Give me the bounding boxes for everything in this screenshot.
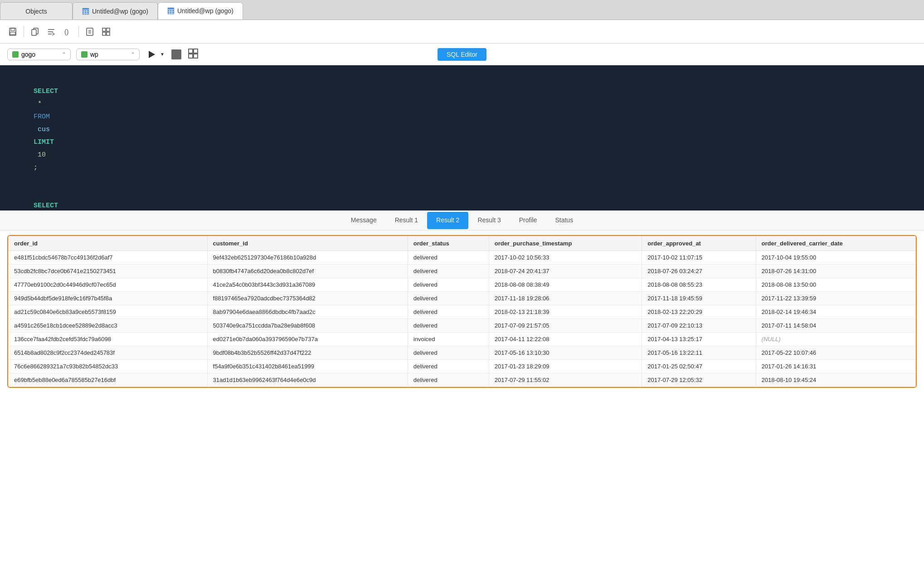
table-cell: 2017-10-04 19:55:00 [756,251,915,264]
export-button[interactable] [83,24,97,39]
table-row[interactable]: 949d5b44dbf5de918fe9c16f97b45f8af8819746… [9,292,916,305]
copy-button[interactable] [28,24,42,39]
table-cell: delivered [408,264,489,278]
table-cell: 2017-07-29 11:55:02 [489,373,642,387]
table-cell: 503740e9ca751ccdda7ba28e9ab8f608 [207,319,408,333]
table-cell: 2017-11-22 13:39:59 [756,292,915,305]
table-cell: delivered [408,319,489,333]
sql-editor-label: SQL Editor [438,48,486,61]
svg-rect-27 [102,32,106,35]
tab-query-1[interactable]: Untitled@wp (gogo) [73,2,158,20]
table-row[interactable]: 76c6e866289321a7c93b82b54852dc33f54a9f0e… [9,360,916,373]
table-cell: delivered [408,373,489,387]
table-row[interactable]: 47770eb9100c2d0c44946d9cf07ec65d41ce2a54… [9,278,916,292]
table-icon-2 [167,7,175,15]
table-cell: 2017-01-26 14:16:31 [756,360,915,373]
db-name: gogo [21,51,35,58]
run-play-button[interactable] [145,48,158,61]
svg-marker-29 [149,51,155,58]
table-cell: 2018-08-08 08:38:49 [489,278,642,292]
run-button-group[interactable]: ▼ [145,48,166,61]
tab-profile[interactable]: Profile [510,212,546,229]
stop-button[interactable] [171,49,181,59]
grid-view-button[interactable] [187,48,199,61]
table-cell: 2017-05-16 13:22:11 [642,346,756,360]
svg-rect-13 [11,28,15,31]
table-cell: f88197465ea7920adcdbec7375364d82 [207,292,408,305]
svg-text:(): () [64,28,68,35]
table-cell: delivered [408,305,489,319]
table-row[interactable]: 136cce7faa42fdb2cefd53fdc79a6098ed0271e0… [9,333,916,346]
table-cell: 2017-04-13 13:25:17 [642,333,756,346]
svg-rect-30 [189,49,193,53]
table-cell: f54a9f0e6b351c431402b8461ea51999 [207,360,408,373]
format-button[interactable] [44,24,58,39]
table-cell: 2017-07-09 22:10:13 [642,319,756,333]
run-dropdown-button[interactable]: ▼ [159,48,166,61]
wrap-button[interactable]: () [60,24,75,39]
table-cell: delivered [408,346,489,360]
tab-result-3[interactable]: Result 3 [468,212,510,229]
table-cell: 136cce7faa42fdb2cefd53fdc79a6098 [9,333,208,346]
table-cell: 9ef432eb6251297304e76186b10a928d [207,251,408,264]
svg-rect-26 [107,28,110,31]
table-cell: 2017-01-25 02:50:47 [642,360,756,373]
schema-icon [81,51,88,58]
table-row[interactable]: 53cdb2fc8bc7dce0b6741e2150273451b0830fb4… [9,264,916,278]
tab-message[interactable]: Message [342,212,386,229]
table-cell: 2018-08-08 08:55:23 [642,278,756,292]
table-cell: delivered [408,278,489,292]
table-cell: 2017-10-02 11:07:15 [642,251,756,264]
table-cell: 6514b8ad8028c9f2cc2374ded245783f [9,346,208,360]
tab-objects[interactable]: Objects [0,2,73,20]
table-cell: (NULL) [756,333,915,346]
schema-name: wp [90,51,98,58]
schema-selector[interactable]: wp ⌃ [76,49,140,60]
table-cell: 2017-07-29 12:05:32 [642,373,756,387]
table-cell: 41ce2a54c0b03bf3443c3d931a367089 [207,278,408,292]
tab-status[interactable]: Status [546,212,582,229]
table-cell: 2017-11-18 19:28:06 [489,292,642,305]
results-area: Message Result 1 Result 2 Result 3 Profi… [0,211,924,563]
svg-rect-14 [10,32,15,34]
table-cell: 2017-07-09 21:57:05 [489,319,642,333]
tab-query-2[interactable]: Untitled@wp (gogo) [158,2,243,20]
table-cell: e69bfb5eb88e0ed6a785585b27e16dbf [9,373,208,387]
col-order-approved-at: order_approved_at [642,236,756,251]
table-row[interactable]: ad21c59c0840e6cb83a9ceb5573f81598ab97904… [9,305,916,319]
table-header-row: order_id customer_id order_status order_… [9,236,916,251]
table-cell: 53cdb2fc8bc7dce0b6741e2150273451 [9,264,208,278]
data-table-container[interactable]: order_id customer_id order_status order_… [8,236,916,387]
grid-button[interactable] [99,24,113,39]
table-wrapper: order_id customer_id order_status order_… [7,235,917,388]
svg-rect-16 [32,29,36,35]
table-row[interactable]: e481f51cbdc54678b7cc49136f2d6af79ef432eb… [9,251,916,264]
table-row[interactable]: e69bfb5eb88e0ed6a785585b27e16dbf31ad1d1b… [9,373,916,387]
col-customer-id: customer_id [207,236,408,251]
sql-editor[interactable]: SELECT * FROM cus LIMIT 10 ; SELECT * fr… [0,65,924,211]
svg-rect-31 [194,49,198,53]
table-cell: 2017-11-18 19:45:59 [642,292,756,305]
table-cell: 2018-07-26 14:31:00 [756,264,915,278]
col-order-delivered-carrier-date: order_delivered_carrier_date [756,236,915,251]
toolbar-divider-1 [24,26,24,37]
table-cell: 2018-02-13 21:18:39 [489,305,642,319]
connection-bar: gogo ⌃ wp ⌃ ▼ SQL Editor [0,44,924,65]
save-button[interactable] [5,24,20,39]
table-cell: delivered [408,251,489,264]
tab-result-2[interactable]: Result 2 [427,212,468,229]
table-cell: 47770eb9100c2d0c44946d9cf07ec65d [9,278,208,292]
tab-result-1[interactable]: Result 1 [386,212,427,229]
table-row[interactable]: 6514b8ad8028c9f2cc2374ded245783f9bdf08b4… [9,346,916,360]
table-row[interactable]: a4591c265e18cb1dcee52889e2d8acc3503740e9… [9,319,916,333]
table-cell: e481f51cbdc54678b7cc49136f2d6af7 [9,251,208,264]
table-cell: invoiced [408,333,489,346]
svg-rect-28 [107,32,110,35]
table-cell: 9bdf08b4b3b52b5526ff42d37d47f222 [207,346,408,360]
svg-rect-32 [189,54,193,58]
db-selector[interactable]: gogo ⌃ [7,49,71,60]
col-order-purchase-timestamp: order_purchase_timestamp [489,236,642,251]
table-icon [82,8,89,15]
col-order-status: order_status [408,236,489,251]
table-cell: a4591c265e18cb1dcee52889e2d8acc3 [9,319,208,333]
